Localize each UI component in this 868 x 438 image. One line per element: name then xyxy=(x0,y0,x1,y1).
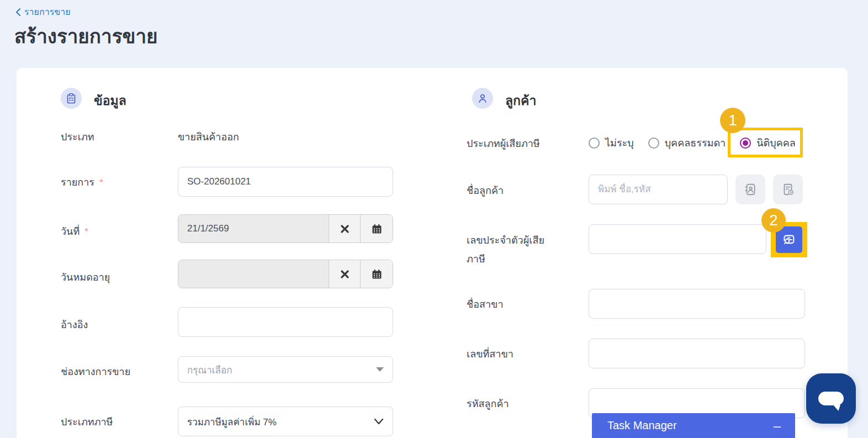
radio-individual[interactable]: บุคคลธรรมดา xyxy=(648,135,726,151)
reference-input[interactable] xyxy=(178,307,393,337)
chat-bubble-icon xyxy=(818,392,844,405)
step-1-badge: 1 xyxy=(720,108,745,133)
expiry-calendar-button[interactable] xyxy=(360,260,393,288)
document-history-icon xyxy=(781,182,795,197)
number-label: รายการ* xyxy=(61,174,103,190)
calendar-icon xyxy=(372,269,382,279)
expiry-label: วันหมดอายุ xyxy=(61,269,110,285)
select-arrow-icon xyxy=(376,367,384,372)
tax-id-label: เลขประจำตัวผู้เสีย ภาษี xyxy=(467,231,544,268)
channel-placeholder: กรุณาเลือก xyxy=(187,362,232,377)
clear-icon xyxy=(340,224,350,234)
customer-name-input[interactable] xyxy=(589,175,728,204)
radio-circle-icon xyxy=(648,138,659,149)
channel-label: ช่องทางการขาย xyxy=(61,363,130,379)
customer-section-icon-circle xyxy=(472,88,493,109)
expiry-input[interactable] xyxy=(178,260,329,288)
info-section-icon-circle xyxy=(61,88,82,109)
required-asterisk: * xyxy=(99,177,103,188)
customer-section-title: ลูกค้า xyxy=(505,91,536,110)
step-2-badge: 2 xyxy=(761,208,786,233)
reference-label: อ้างอิง xyxy=(61,316,88,333)
branch-number-input[interactable] xyxy=(589,339,805,368)
form-card: ข้อมูล ประเภท ขายสินค้าออก รายการ* วันที… xyxy=(17,68,848,438)
tax-type-select[interactable]: รวมภาษีมูลค่าเพิ่ม 7% xyxy=(178,407,393,436)
breadcrumb-label[interactable]: รายการขาย xyxy=(24,5,71,19)
radio-selected-icon xyxy=(740,138,751,149)
branch-name-input[interactable] xyxy=(589,289,805,319)
person-icon xyxy=(477,93,488,104)
radio-not-specified[interactable]: ไม่ระบุ xyxy=(589,135,634,151)
task-manager-title: Task Manager xyxy=(607,419,677,432)
branch-number-label: เลขที่สาขา xyxy=(467,346,514,362)
breadcrumb[interactable]: รายการขาย xyxy=(15,5,71,19)
info-section-title: ข้อมูล xyxy=(94,91,126,110)
tax-type-value: รวมภาษีมูลค่าเพิ่ม 7% xyxy=(187,414,277,429)
date-label: วันที่* xyxy=(61,223,88,239)
date-input[interactable]: 21/1/2569 xyxy=(178,215,329,242)
expiry-clear-button[interactable] xyxy=(329,260,360,288)
page-title: สร้างรายการขาย xyxy=(14,21,158,51)
radio-circle-icon xyxy=(589,138,600,149)
calendar-icon xyxy=(372,224,382,234)
customer-name-label: ชื่อลูกค้า xyxy=(467,182,504,198)
number-input[interactable] xyxy=(178,167,393,197)
type-value: ขายสินค้าออก xyxy=(178,129,239,145)
taxpayer-radio-group: ไม่ระบุ บุคคลธรรมดา นิติบุคคล xyxy=(589,135,796,151)
chevron-down-icon xyxy=(374,418,384,425)
taxpayer-type-label: ประเภทผู้เสียภาษี xyxy=(467,135,540,151)
minimize-icon[interactable]: – xyxy=(774,419,781,432)
channel-select[interactable]: กรุณาเลือก xyxy=(178,356,393,383)
chat-launcher-button[interactable] xyxy=(806,373,856,424)
back-chevron-icon xyxy=(15,8,20,16)
document-search-icon xyxy=(782,233,797,247)
date-clear-button[interactable] xyxy=(329,215,360,242)
required-asterisk: * xyxy=(84,226,88,237)
radio-juristic-person[interactable]: นิติบุคคล xyxy=(740,135,796,151)
date-input-group: 21/1/2569 xyxy=(178,214,393,243)
document-history-button[interactable] xyxy=(773,175,803,204)
clipboard-icon xyxy=(66,93,77,104)
customer-code-label: รหัสลูกค้า xyxy=(467,395,509,411)
expiry-input-group xyxy=(178,260,393,288)
clear-icon xyxy=(340,270,350,279)
tax-type-label: ประเภทภาษี xyxy=(61,414,113,430)
contact-list-button[interactable] xyxy=(735,175,765,204)
contact-book-icon xyxy=(743,182,758,197)
tax-id-input[interactable] xyxy=(589,224,766,254)
task-manager-bar[interactable]: Task Manager – xyxy=(592,413,795,438)
date-calendar-button[interactable] xyxy=(360,215,393,242)
branch-name-label: ชื่อสาขา xyxy=(467,296,504,312)
type-label: ประเภท xyxy=(61,129,94,145)
